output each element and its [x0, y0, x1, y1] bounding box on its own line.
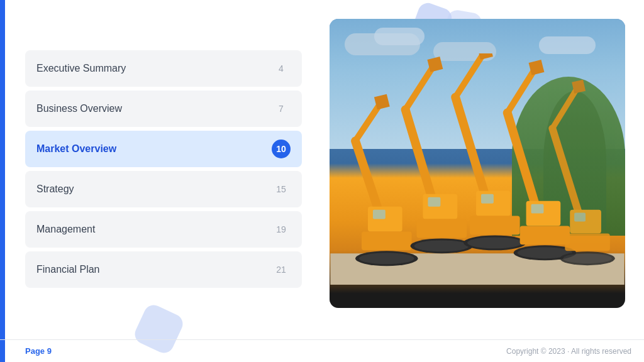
page-label: Page — [25, 346, 47, 356]
svg-marker-35 — [572, 80, 586, 94]
toc-item-management[interactable]: Management19 — [25, 211, 302, 248]
cloud-4 — [539, 36, 596, 54]
svg-rect-6 — [362, 232, 412, 251]
page-number: 9 — [47, 346, 52, 356]
hero-image — [330, 19, 625, 308]
toc-page-management: 19 — [272, 220, 291, 239]
toc-item-strategy[interactable]: Strategy15 — [25, 171, 302, 207]
toc-item-market-overview[interactable]: Market Overview10 — [25, 131, 302, 167]
footer: Page 9 Copyright © 2023 · All rights res… — [0, 339, 644, 362]
svg-line-9 — [406, 110, 434, 204]
toc-label-management: Management — [36, 224, 95, 235]
toc-label-market-overview: Market Overview — [36, 143, 116, 155]
svg-line-1 — [355, 141, 380, 216]
cloud-2 — [374, 28, 425, 45]
toc-label-business-overview: Business Overview — [36, 103, 122, 114]
svg-point-8 — [359, 253, 414, 264]
toc-page-business-overview: 7 — [272, 99, 291, 118]
excavator-image-content — [330, 19, 625, 308]
svg-rect-30 — [520, 226, 570, 245]
footer-page: Page 9 — [25, 346, 52, 356]
toc-page-strategy: 15 — [272, 180, 291, 199]
svg-line-26 — [508, 69, 535, 113]
toc-item-business-overview[interactable]: Business Overview7 — [25, 90, 302, 127]
svg-line-17 — [455, 97, 487, 200]
toc-label-financial-plan: Financial Plan — [36, 264, 100, 275]
svg-line-2 — [355, 104, 380, 141]
svg-line-10 — [406, 66, 434, 110]
svg-line-34 — [552, 88, 577, 129]
svg-point-16 — [414, 241, 470, 252]
toc-label-executive-summary: Executive Summary — [36, 63, 126, 74]
svg-rect-38 — [565, 234, 610, 251]
svg-rect-22 — [470, 216, 520, 235]
left-accent-bar — [0, 0, 5, 362]
svg-rect-37 — [574, 213, 586, 222]
svg-line-25 — [508, 113, 537, 210]
toc-page-market-overview: 10 — [272, 140, 291, 158]
toc-item-executive-summary[interactable]: Executive Summary4 — [25, 50, 302, 87]
svg-point-40 — [563, 253, 612, 263]
toc-item-financial-plan[interactable]: Financial Plan21 — [25, 251, 302, 288]
toc-label-strategy: Strategy — [36, 184, 74, 195]
svg-rect-14 — [417, 219, 467, 238]
excavators-svg — [330, 53, 625, 285]
svg-rect-5 — [373, 210, 386, 219]
svg-point-24 — [467, 238, 523, 249]
toc-container: Executive Summary4Business Overview7Mark… — [25, 50, 302, 292]
svg-rect-13 — [428, 197, 440, 207]
svg-line-18 — [455, 53, 484, 97]
svg-rect-21 — [481, 194, 494, 204]
toc-page-financial-plan: 21 — [272, 260, 291, 279]
footer-copyright: Copyright © 2023 · All rights reserved — [506, 347, 631, 356]
svg-rect-29 — [531, 204, 544, 214]
toc-page-executive-summary: 4 — [272, 59, 291, 78]
